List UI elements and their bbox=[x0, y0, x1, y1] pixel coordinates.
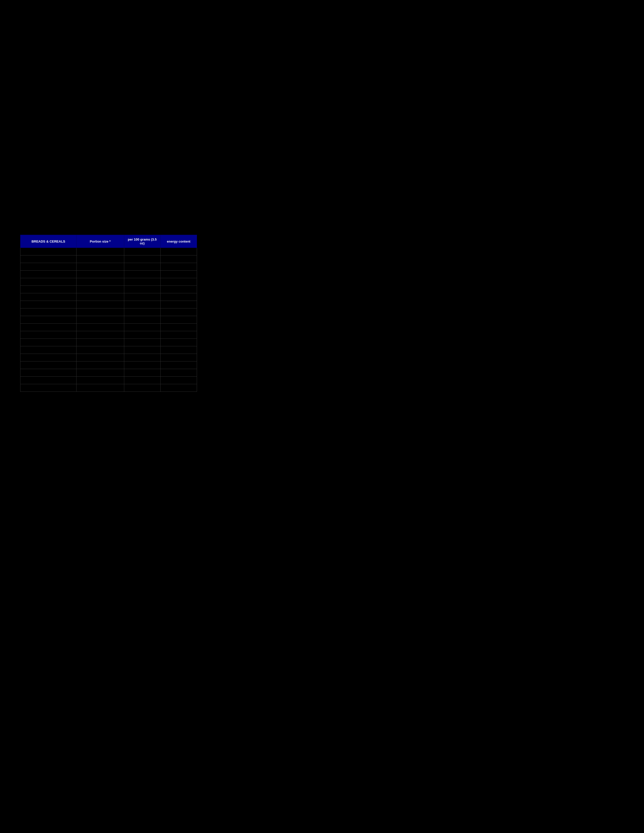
table-row bbox=[21, 301, 197, 309]
cell-col3-row-6 bbox=[124, 293, 160, 301]
cell-col1-row-16 bbox=[21, 369, 77, 376]
cell-col3-row-9 bbox=[124, 316, 160, 323]
cell-col2-row-6 bbox=[76, 293, 124, 301]
table-header-row: BREADS & CEREALS Portion size * per 100 … bbox=[21, 235, 197, 248]
cell-col2-row-14 bbox=[76, 354, 124, 362]
cell-col1-row-18 bbox=[21, 384, 77, 392]
cell-col4-row-3 bbox=[160, 270, 197, 278]
cell-col2-row-10 bbox=[76, 323, 124, 331]
cell-col3-row-2 bbox=[124, 263, 160, 270]
cell-col2-row-7 bbox=[76, 301, 124, 309]
table-row bbox=[21, 286, 197, 293]
cell-col4-row-18 bbox=[160, 384, 197, 392]
cell-col3-row-3 bbox=[124, 270, 160, 278]
cell-col3-row-0 bbox=[124, 248, 160, 256]
cell-col1-row-13 bbox=[21, 346, 77, 354]
cell-col4-row-8 bbox=[160, 309, 197, 316]
cell-col3-row-7 bbox=[124, 301, 160, 309]
cell-col1-row-7 bbox=[21, 301, 77, 309]
table-row bbox=[21, 309, 197, 316]
cell-col1-row-11 bbox=[21, 331, 77, 339]
cell-col4-row-13 bbox=[160, 346, 197, 354]
cell-col3-row-1 bbox=[124, 256, 160, 263]
cell-col3-row-10 bbox=[124, 323, 160, 331]
cell-col2-row-4 bbox=[76, 278, 124, 286]
cell-col1-row-0 bbox=[21, 248, 77, 256]
cell-col3-row-16 bbox=[124, 369, 160, 376]
cell-col4-row-2 bbox=[160, 263, 197, 270]
cell-col4-row-4 bbox=[160, 278, 197, 286]
cell-col1-row-9 bbox=[21, 316, 77, 323]
cell-col3-row-5 bbox=[124, 286, 160, 293]
cell-col2-row-17 bbox=[76, 376, 124, 384]
table-row bbox=[21, 376, 197, 384]
cell-col3-row-17 bbox=[124, 376, 160, 384]
table-row bbox=[21, 369, 197, 376]
cell-col4-row-5 bbox=[160, 286, 197, 293]
cell-col1-row-15 bbox=[21, 362, 77, 369]
cell-col3-row-14 bbox=[124, 354, 160, 362]
cell-col3-row-13 bbox=[124, 346, 160, 354]
cell-col1-row-8 bbox=[21, 309, 77, 316]
cell-col3-row-8 bbox=[124, 309, 160, 316]
cell-col2-row-2 bbox=[76, 263, 124, 270]
table-row bbox=[21, 256, 197, 263]
header-per-100g: per 100 grams (3.5 oz) bbox=[124, 235, 160, 248]
table-row bbox=[21, 278, 197, 286]
cell-col3-row-11 bbox=[124, 331, 160, 339]
cell-col4-row-16 bbox=[160, 369, 197, 376]
cell-col1-row-6 bbox=[21, 293, 77, 301]
table-row bbox=[21, 354, 197, 362]
cell-col2-row-11 bbox=[76, 331, 124, 339]
cell-col1-row-3 bbox=[21, 270, 77, 278]
cell-col2-row-9 bbox=[76, 316, 124, 323]
table-row bbox=[21, 331, 197, 339]
table-row bbox=[21, 263, 197, 270]
cell-col2-row-12 bbox=[76, 339, 124, 346]
cell-col2-row-3 bbox=[76, 270, 124, 278]
cell-col4-row-0 bbox=[160, 248, 197, 256]
table-row bbox=[21, 316, 197, 323]
cell-col4-row-17 bbox=[160, 376, 197, 384]
cell-col1-row-4 bbox=[21, 278, 77, 286]
cell-col1-row-5 bbox=[21, 286, 77, 293]
cell-col2-row-8 bbox=[76, 309, 124, 316]
cell-col2-row-0 bbox=[76, 248, 124, 256]
cell-col4-row-15 bbox=[160, 362, 197, 369]
cell-col4-row-14 bbox=[160, 354, 197, 362]
table-row bbox=[21, 270, 197, 278]
cell-col2-row-16 bbox=[76, 369, 124, 376]
cell-col2-row-13 bbox=[76, 346, 124, 354]
table-row bbox=[21, 248, 197, 256]
cell-col1-row-14 bbox=[21, 354, 77, 362]
table-row bbox=[21, 384, 197, 392]
table-row bbox=[21, 339, 197, 346]
header-portion-size: Portion size * bbox=[76, 235, 124, 248]
cell-col4-row-10 bbox=[160, 323, 197, 331]
cell-col4-row-12 bbox=[160, 339, 197, 346]
cell-col3-row-12 bbox=[124, 339, 160, 346]
cell-col1-row-12 bbox=[21, 339, 77, 346]
cell-col4-row-6 bbox=[160, 293, 197, 301]
table-row bbox=[21, 293, 197, 301]
cell-col2-row-18 bbox=[76, 384, 124, 392]
cell-col1-row-17 bbox=[21, 376, 77, 384]
cell-col2-row-5 bbox=[76, 286, 124, 293]
header-energy-content: energy content bbox=[160, 235, 197, 248]
table-row bbox=[21, 346, 197, 354]
cell-col4-row-9 bbox=[160, 316, 197, 323]
cell-col3-row-4 bbox=[124, 278, 160, 286]
cell-col2-row-15 bbox=[76, 362, 124, 369]
table-row bbox=[21, 323, 197, 331]
cell-col2-row-1 bbox=[76, 256, 124, 263]
breads-cereals-table: BREADS & CEREALS Portion size * per 100 … bbox=[20, 235, 197, 392]
table-row bbox=[21, 362, 197, 369]
cell-col3-row-15 bbox=[124, 362, 160, 369]
cell-col1-row-1 bbox=[21, 256, 77, 263]
header-food-category: BREADS & CEREALS bbox=[21, 235, 77, 248]
cell-col4-row-7 bbox=[160, 301, 197, 309]
cell-col4-row-1 bbox=[160, 256, 197, 263]
cell-col1-row-10 bbox=[21, 323, 77, 331]
cell-col1-row-2 bbox=[21, 263, 77, 270]
cell-col3-row-18 bbox=[124, 384, 160, 392]
